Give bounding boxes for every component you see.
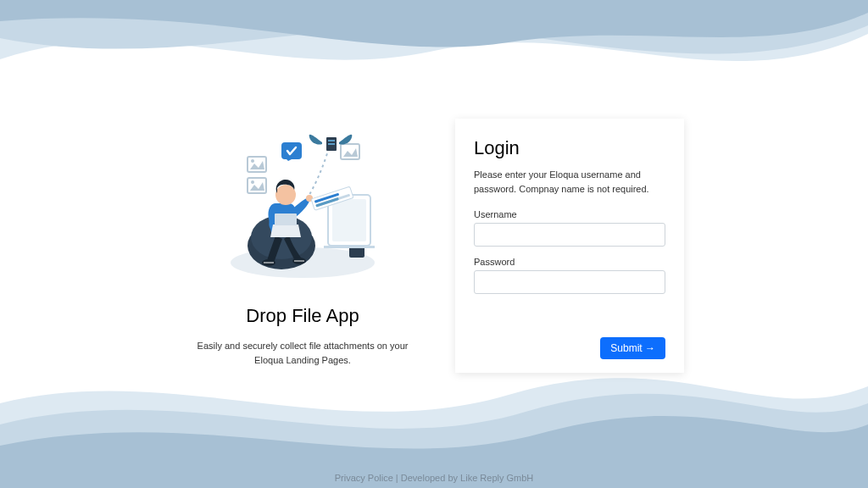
password-label: Password (474, 257, 665, 267)
svg-rect-12 (328, 143, 335, 145)
background-waves-bottom (0, 352, 868, 488)
submit-button[interactable]: Submit → (600, 337, 665, 359)
password-input[interactable] (474, 270, 665, 294)
username-input[interactable] (474, 223, 665, 247)
hero-panel: Drop File App Easily and securely collec… (184, 119, 421, 367)
svg-rect-11 (328, 140, 335, 141)
footer-separator: | (393, 473, 401, 483)
login-card: Login Please enter your Eloqua username … (455, 119, 684, 373)
page-footer: Privacy Police | Developed by Like Reply… (0, 473, 868, 483)
app-title: Drop File App (184, 305, 421, 327)
svg-rect-3 (332, 199, 366, 241)
svg-point-8 (251, 180, 254, 184)
privacy-link[interactable]: Privacy Police (335, 473, 393, 483)
svg-point-17 (275, 185, 296, 205)
username-label: Username (474, 209, 665, 219)
svg-rect-20 (275, 214, 297, 225)
svg-point-6 (251, 159, 254, 163)
developed-by: Developed by Like Reply GmbH (401, 473, 534, 483)
app-description: Easily and securely collect file attachm… (184, 339, 421, 367)
upload-illustration (201, 119, 404, 288)
login-title: Login (474, 137, 665, 159)
svg-rect-4 (324, 246, 375, 248)
login-description: Please enter your Eloqua username and pa… (474, 168, 665, 196)
